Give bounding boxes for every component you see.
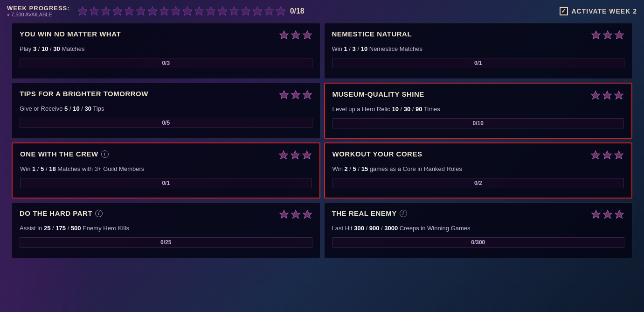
progress-bar-text: 0/300: [471, 239, 485, 246]
svg-marker-34: [603, 151, 611, 159]
svg-marker-10: [194, 7, 204, 15]
stars-row: [278, 150, 312, 162]
progress-bar-container: 0/3: [20, 58, 312, 68]
info-icon[interactable]: i: [400, 210, 407, 217]
challenge-title: THE REAL ENEMY i: [332, 209, 407, 217]
star-icon: [279, 30, 289, 42]
progress-star: [170, 6, 181, 17]
star-icon: [290, 150, 300, 162]
week-progress-section: WEEK PROGRESS: 7,500 AVAILABLE: [7, 5, 70, 17]
svg-marker-24: [279, 91, 288, 99]
card-header: WORKOUT YOUR CORES: [332, 150, 624, 162]
star-icon: [278, 150, 289, 162]
activate-section[interactable]: ACTIVATE WEEK 2: [560, 7, 637, 15]
progress-bar-container: 0/10: [332, 118, 624, 128]
svg-marker-27: [591, 91, 600, 99]
progress-bar-container: 0/5: [20, 118, 312, 128]
svg-marker-1: [90, 7, 99, 15]
challenge-description: Win 1 / 5 / 18 Matches with 3+ Guild Mem…: [20, 165, 312, 173]
progress-star: [263, 6, 275, 17]
star-icon: [302, 30, 312, 42]
star-icon: [302, 150, 312, 162]
progress-star: [240, 6, 251, 17]
challenge-description: Last Hit 300 / 900 / 3000 Creeps in Winn…: [332, 224, 625, 233]
progress-bar-text: 0/25: [160, 239, 171, 246]
star-icon: [291, 30, 301, 42]
progress-count: 0/18: [290, 7, 305, 15]
star-icon: [602, 209, 613, 221]
star-icon: [302, 209, 312, 221]
star-icon: [591, 209, 601, 221]
svg-marker-38: [303, 210, 311, 218]
challenge-card-real-enemy: THE REAL ENEMY i Last Hit 300 / 900 / 30…: [324, 202, 633, 258]
stars-row: [590, 90, 624, 102]
card-header: THE REAL ENEMY i: [332, 209, 625, 221]
svg-marker-23: [615, 31, 623, 39]
star-icon: [279, 209, 289, 221]
star-icon: [602, 150, 612, 162]
star-icon: [291, 209, 301, 221]
challenge-title: DO THE HARD PART i: [20, 209, 103, 217]
svg-marker-21: [592, 31, 600, 39]
svg-marker-20: [303, 31, 311, 39]
svg-marker-7: [159, 7, 169, 15]
challenge-description: Assist in 25 / 175 / 500 Enemy Hero Kill…: [20, 224, 312, 233]
svg-marker-8: [171, 7, 180, 15]
star-icon: [614, 209, 624, 221]
svg-marker-16: [264, 7, 274, 15]
progress-star: [100, 6, 111, 17]
star-icon: [279, 90, 289, 102]
challenge-description: Give or Receive 5 / 10 / 30 Tips: [20, 105, 312, 113]
svg-marker-29: [615, 91, 623, 99]
svg-marker-2: [101, 7, 111, 15]
star-icon: [591, 30, 601, 42]
progress-star: [275, 6, 286, 17]
progress-bar-container: 0/1: [332, 58, 625, 68]
challenge-card-workout: WORKOUT YOUR CORES Win 2 / 5 / 15 games …: [324, 142, 633, 199]
progress-star: [194, 6, 205, 17]
progress-bar-text: 0/10: [473, 120, 484, 127]
star-icon: [614, 150, 624, 162]
progress-star: [124, 6, 135, 17]
svg-marker-18: [279, 31, 288, 39]
progress-star: [229, 6, 240, 17]
svg-marker-30: [279, 151, 287, 159]
challenge-title: WORKOUT YOUR CORES: [332, 150, 422, 158]
challenge-description: Win 2 / 5 / 15 games as a Core in Ranked…: [332, 165, 624, 173]
challenge-card-tips: TIPS FOR A BRIGHTER TOMORROW Give or Rec…: [12, 83, 320, 139]
challenge-title: NEMESTICE NATURAL: [332, 30, 412, 38]
progress-star: [205, 6, 216, 17]
challenge-description: Level up a Hero Relic 10 / 30 / 90 Times: [332, 105, 624, 113]
svg-marker-37: [291, 210, 299, 218]
stars-row: [590, 150, 624, 162]
progress-star: [135, 6, 146, 17]
star-icon: [590, 150, 601, 162]
star-icon: [602, 30, 613, 42]
svg-marker-9: [183, 7, 192, 15]
svg-marker-13: [229, 7, 239, 15]
challenge-card-museum: MUSEUM-QUALITY SHINE Level up a Hero Rel…: [324, 83, 633, 139]
svg-marker-28: [603, 91, 611, 99]
progress-star: [182, 6, 193, 17]
stars-row: [279, 209, 312, 221]
info-icon[interactable]: i: [95, 210, 103, 217]
stars-row: [279, 30, 312, 42]
card-header: ONE WITH THE CREW i: [20, 150, 312, 162]
progress-bar-container: 0/2: [332, 178, 624, 188]
svg-marker-26: [303, 91, 311, 99]
star-icon: [302, 90, 312, 102]
card-header: NEMESTICE NATURAL: [332, 30, 625, 42]
progress-star: [112, 6, 123, 17]
star-icon: [614, 30, 624, 42]
stars-row: [591, 209, 624, 221]
svg-marker-11: [206, 7, 215, 15]
activate-checkbox[interactable]: [560, 7, 568, 15]
challenge-card-nemestice: NEMESTICE NATURAL Win 1 / 3 / 10 Nemesti…: [324, 23, 633, 79]
progress-star: [77, 6, 88, 17]
card-header: MUSEUM-QUALITY SHINE: [332, 90, 624, 102]
star-icon: [602, 90, 612, 102]
info-icon[interactable]: i: [101, 150, 109, 158]
svg-marker-12: [218, 7, 227, 15]
stars-row: [279, 90, 312, 102]
svg-marker-39: [592, 210, 600, 218]
